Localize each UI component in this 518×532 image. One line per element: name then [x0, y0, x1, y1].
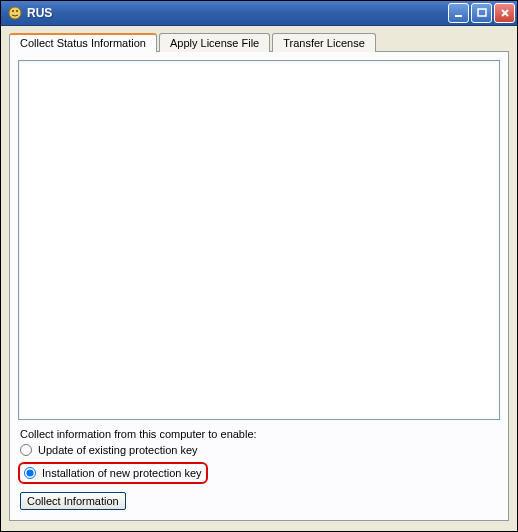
tab-row: Collect Status Information Apply License…: [9, 32, 509, 51]
tab-apply-license[interactable]: Apply License File: [159, 33, 270, 52]
tab-panel: Collect information from this computer t…: [9, 51, 509, 521]
highlight-annotation: Installation of new protection key: [18, 462, 208, 484]
status-output-box[interactable]: [18, 60, 500, 420]
tab-transfer-license[interactable]: Transfer License: [272, 33, 376, 52]
maximize-button[interactable]: [471, 3, 492, 23]
radio-install-label[interactable]: Installation of new protection key: [42, 467, 202, 479]
option-install-row[interactable]: Installation of new protection key: [24, 467, 202, 479]
title-bar: RUS: [1, 1, 517, 26]
tab-collect-status[interactable]: Collect Status Information: [9, 33, 157, 52]
radio-install[interactable]: [24, 467, 36, 479]
client-area: Collect Status Information Apply License…: [1, 26, 517, 531]
option-update-row[interactable]: Update of existing protection key: [20, 444, 498, 456]
window-title: RUS: [27, 6, 448, 20]
app-icon: [7, 5, 23, 21]
collect-prompt: Collect information from this computer t…: [18, 428, 500, 440]
svg-point-1: [12, 10, 14, 12]
radio-update[interactable]: [20, 444, 32, 456]
radio-update-label[interactable]: Update of existing protection key: [38, 444, 198, 456]
svg-rect-4: [478, 9, 486, 16]
svg-rect-3: [455, 15, 462, 17]
svg-point-0: [9, 7, 21, 19]
svg-point-2: [16, 10, 18, 12]
collect-information-button[interactable]: Collect Information: [20, 492, 126, 510]
close-button[interactable]: [494, 3, 515, 23]
minimize-button[interactable]: [448, 3, 469, 23]
window-controls: [448, 3, 515, 23]
